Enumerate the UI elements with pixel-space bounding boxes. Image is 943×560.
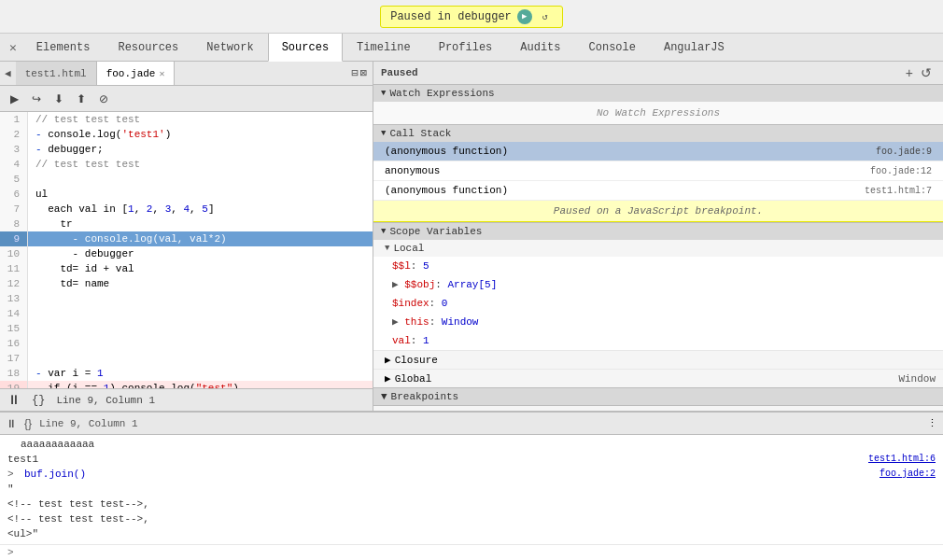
call-stack-loc-0: foo.jade:9	[876, 147, 932, 157]
code-line-7: 7 each val in [1, 2, 3, 4, 5]	[0, 202, 373, 217]
debug-toolbar: ▶ ↪ ⬇ ⬆ ⊘	[0, 86, 373, 112]
code-line-10: 10 - debugger	[0, 246, 373, 261]
right-header: Paused + ↺	[373, 62, 943, 85]
add-watch-button[interactable]: +	[902, 65, 917, 80]
code-area[interactable]: 1 // test test test 2 - console.log('tes…	[0, 112, 373, 388]
code-line-8: 8 tr	[0, 217, 373, 231]
tabs-bar: ✕ Elements Resources Network Sources Tim…	[0, 34, 943, 62]
console-menu-icon[interactable]: ⋮	[927, 417, 937, 429]
refresh-watch-button[interactable]: ↺	[917, 65, 936, 80]
local-arrow-icon: ▼	[385, 244, 389, 253]
console-output: aaaaaaaaaaaa test1 test1.html:6 > buf.jo…	[0, 435, 943, 544]
tab-console[interactable]: Console	[575, 34, 650, 61]
code-line-12: 12 td= name	[0, 276, 373, 291]
code-line-11: 11 td= id + val	[0, 261, 373, 276]
console-line-1: test1 test1.html:6	[7, 452, 936, 467]
watch-arrow-icon: ▼	[381, 89, 386, 98]
closure-row[interactable]: ▶ Closure	[373, 350, 943, 369]
console-input-prompt: >	[7, 547, 14, 558]
call-stack-section: ▼ Call Stack (anonymous function) foo.ja…	[373, 125, 943, 223]
scope-item-ssobj: ▶ $$obj: Array[5]	[373, 275, 943, 294]
scope-item-this: ▶ this: Window	[373, 313, 943, 331]
call-stack-fn-0: (anonymous function)	[385, 146, 508, 157]
call-stack-item-2[interactable]: (anonymous function) test1.html:7	[373, 181, 943, 201]
tab-angularjs[interactable]: AngularJS	[650, 34, 739, 61]
watch-expressions-content: No Watch Expressions	[373, 102, 943, 124]
step-out-button[interactable]: ⬆	[74, 91, 89, 107]
format-button-bottom[interactable]: {}	[24, 417, 32, 430]
code-line-15: 15	[0, 321, 373, 336]
code-line-3: 3 - debugger;	[0, 142, 373, 157]
paused-status-label: Paused	[381, 67, 418, 78]
call-stack-header[interactable]: ▼ Call Stack	[373, 125, 943, 142]
code-line-16: 16	[0, 336, 373, 351]
breakpoints-arrow-icon: ▼	[381, 391, 387, 402]
line-info: Line 9, Column 1	[56, 395, 155, 406]
format-button[interactable]: ⏸	[7, 393, 21, 408]
source-tab-foojade[interactable]: foo.jade ✕	[97, 62, 176, 85]
console-line-2: > buf.join() foo.jade:2	[7, 467, 936, 482]
tab-elements[interactable]: Elements	[22, 34, 105, 61]
tab-network[interactable]: Network	[192, 34, 267, 61]
toggle-panel-icon[interactable]: ⊠	[360, 66, 367, 80]
call-stack-fn-1: anonymous	[385, 165, 440, 176]
watch-expressions-header[interactable]: ▼ Watch Expressions	[373, 85, 943, 102]
step-into-button[interactable]: ⬇	[51, 91, 66, 107]
scope-item-index: $index: 0	[373, 294, 943, 313]
scope-variables-section: ▼ Scope Variables ▼ Local $$l: 5 ▶ $$obj…	[373, 223, 943, 388]
code-line-17: 17	[0, 351, 373, 366]
pause-on-exception-button[interactable]: ⏸	[6, 417, 17, 430]
paused-text: Paused in debugger	[390, 10, 512, 23]
call-stack-item-1[interactable]: anonymous foo.jade:12	[373, 161, 943, 181]
console-line-3: "	[7, 482, 936, 497]
call-stack-arrow-icon: ▼	[381, 129, 386, 138]
console-cmd: buf.join()	[24, 467, 86, 482]
breakpoints-section: ▼ Breakpoints	[373, 388, 943, 406]
scope-variables-title: Scope Variables	[389, 226, 482, 237]
tab-sources[interactable]: Sources	[268, 34, 343, 62]
code-line-14: 14	[0, 306, 373, 321]
expand-ssobj-icon[interactable]: ▶	[392, 279, 399, 290]
scope-variables-header[interactable]: ▼ Scope Variables	[373, 223, 943, 240]
close-tab-icon[interactable]: ✕	[159, 68, 164, 79]
right-scroll-area[interactable]: ▼ Watch Expressions No Watch Expressions…	[373, 85, 943, 411]
console-line-4: <!-- test test test-->,	[7, 497, 936, 511]
call-stack-title: Call Stack	[389, 128, 451, 139]
call-stack-loc-2: test1.html:7	[865, 186, 932, 196]
nav-prev-button[interactable]: ◀	[0, 62, 16, 85]
source-tab-test1html[interactable]: test1.html	[16, 62, 97, 85]
call-stack-item-0[interactable]: (anonymous function) foo.jade:9	[373, 142, 943, 161]
resume-button[interactable]: ▶	[7, 91, 21, 107]
code-line-2: 2 - console.log('test1')	[0, 127, 373, 142]
console-input[interactable]	[18, 547, 936, 558]
source-tabs: ◀ test1.html foo.jade ✕ ⊟ ⊠	[0, 62, 373, 86]
tab-timeline[interactable]: Timeline	[343, 34, 425, 61]
toggle-sidebar-icon[interactable]: ⊟	[352, 66, 359, 80]
bottom-line-info: Line 9, Column 1	[39, 418, 138, 429]
global-arrow-icon: ▶	[385, 372, 391, 385]
tab-resources[interactable]: Resources	[104, 34, 192, 61]
tab-profiles[interactable]: Profiles	[425, 34, 507, 61]
local-scope-label: Local	[393, 243, 424, 254]
console-line-5: <!-- test test test-->,	[7, 511, 936, 526]
code-line-6: 6 ul	[0, 187, 373, 202]
paused-note: Paused on a JavaScript breakpoint.	[373, 201, 943, 222]
step-over-button[interactable]: ↪	[29, 91, 44, 107]
main-content: ◀ test1.html foo.jade ✕ ⊟ ⊠ ▶ ↪ ⬇ ⬆ ⊘ 1	[0, 62, 943, 411]
scope-item-val: val: 1	[373, 331, 943, 350]
global-row[interactable]: ▶ Global Window	[373, 369, 943, 387]
resume-icon[interactable]: ▶	[517, 9, 532, 24]
close-devtools-button[interactable]: ✕	[4, 34, 22, 61]
tab-audits[interactable]: Audits	[506, 34, 574, 61]
step-icon[interactable]: ↺	[538, 9, 553, 24]
call-stack-content: (anonymous function) foo.jade:9 anonymou…	[373, 142, 943, 222]
local-scope-group[interactable]: ▼ Local	[373, 240, 943, 257]
top-bar: Paused in debugger ▶ ↺	[0, 0, 943, 34]
closure-label: Closure	[395, 355, 438, 366]
format-braces-button[interactable]: {}	[32, 394, 45, 407]
deactivate-button[interactable]: ⊘	[96, 91, 111, 107]
expand-this-icon[interactable]: ▶	[392, 316, 399, 328]
breakpoints-title: Breakpoints	[391, 391, 459, 402]
call-stack-loc-1: foo.jade:12	[870, 166, 932, 176]
breakpoints-header[interactable]: ▼ Breakpoints	[373, 388, 943, 405]
